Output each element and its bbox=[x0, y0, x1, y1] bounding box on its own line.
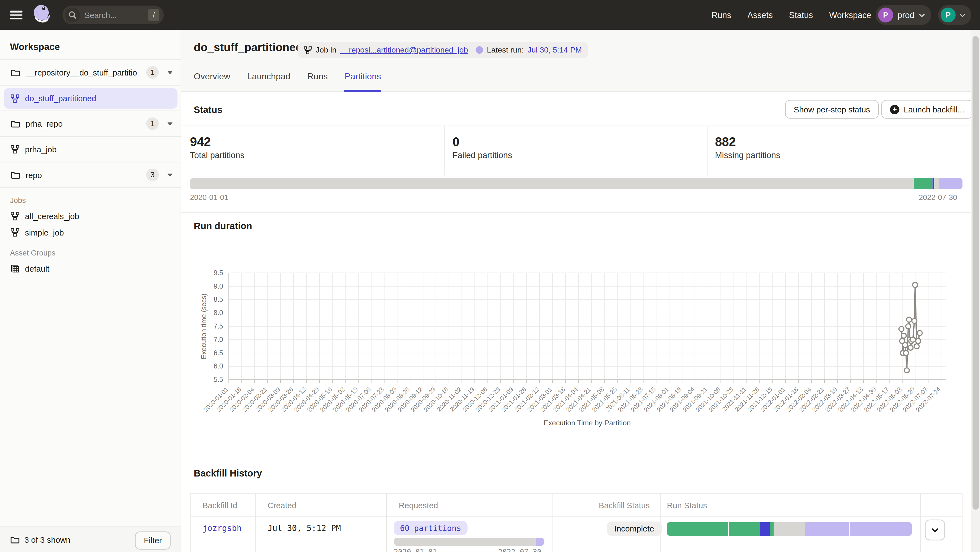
col-run-status: Run Status bbox=[667, 501, 707, 510]
job-label: simple_job bbox=[25, 228, 64, 237]
nav-link-runs[interactable]: Runs bbox=[711, 10, 731, 20]
latest-run-link[interactable]: Jul 30, 5:14 PM bbox=[528, 46, 582, 54]
requested-progress-bar bbox=[394, 538, 544, 546]
deployment-switcher[interactable]: P prod bbox=[876, 5, 931, 25]
folder-icon bbox=[11, 170, 20, 179]
tab-runs[interactable]: Runs bbox=[307, 69, 328, 92]
bar-segment bbox=[805, 522, 849, 536]
user-menu[interactable]: P bbox=[938, 5, 971, 25]
bar-segment bbox=[850, 522, 912, 536]
requested-partitions-badge[interactable]: 60 partitions bbox=[394, 521, 467, 535]
sidebar-item-prha_job[interactable]: prha_job bbox=[0, 137, 181, 162]
col-requested: Requested bbox=[399, 501, 438, 510]
svg-text:8.5: 8.5 bbox=[213, 295, 223, 303]
backfill-status-badge: Incomplete bbox=[607, 521, 662, 536]
partition-range-start: 2020-01-01 bbox=[190, 193, 228, 201]
svg-text:8.0: 8.0 bbox=[213, 309, 223, 316]
job-icon bbox=[11, 94, 19, 103]
job-tabs: OverviewLaunchpadRunsPartitions bbox=[194, 69, 381, 92]
svg-text:6.0: 6.0 bbox=[213, 362, 223, 370]
scrollbar-thumb[interactable] bbox=[973, 36, 979, 509]
job-origin-link[interactable]: __reposi...artitioned@partitioned_job bbox=[340, 46, 468, 54]
hamburger-menu-icon[interactable] bbox=[10, 11, 23, 19]
caret-down-icon[interactable] bbox=[167, 71, 172, 76]
run-status-bar[interactable] bbox=[667, 522, 912, 536]
repo-count-badge: 1 bbox=[146, 66, 159, 79]
backfill-history-title: Backfill History bbox=[194, 468, 262, 478]
dagster-logo-icon[interactable] bbox=[31, 4, 54, 26]
svg-text:7.5: 7.5 bbox=[213, 322, 223, 330]
plus-circle-icon: + bbox=[890, 105, 899, 114]
sidebar-job-simple_job[interactable]: simple_job bbox=[0, 224, 181, 240]
launch-backfill-button[interactable]: +Launch backfill... bbox=[881, 100, 973, 119]
sidebar-title: Workspace bbox=[10, 41, 60, 52]
sidebar-job-all_cereals_job[interactable]: all_cereals_job bbox=[0, 208, 181, 224]
run-duration-title: Run duration bbox=[194, 220, 252, 231]
requested-range-end: 2022-07-30 bbox=[498, 547, 541, 552]
job-origin-tag: Job in __reposi...artitioned@partitioned… bbox=[298, 42, 487, 58]
bar-segment bbox=[939, 178, 963, 189]
caret-down-icon[interactable] bbox=[167, 173, 172, 179]
job-icon bbox=[304, 46, 312, 54]
filter-button[interactable]: Filter bbox=[135, 531, 170, 550]
repos-shown-count: 3 of 3 shown bbox=[24, 535, 70, 544]
repo-label: __repository__do_stuff_partitio... bbox=[26, 68, 137, 77]
sidebar-repo-__repository__do_stuff[interactable]: __repository__do_stuff_partitio... 1 bbox=[0, 60, 181, 86]
chevron-down-icon bbox=[959, 13, 966, 17]
bar-segment bbox=[729, 522, 760, 536]
folder-icon bbox=[10, 535, 19, 544]
nav-link-assets[interactable]: Assets bbox=[747, 10, 773, 20]
repo-count-badge: 1 bbox=[146, 117, 159, 130]
search-input[interactable]: Search... / bbox=[62, 6, 164, 24]
nav-link-workspace[interactable]: Workspace bbox=[829, 10, 871, 20]
svg-text:Execution time (secs): Execution time (secs) bbox=[200, 293, 207, 359]
asset-group-label: default bbox=[25, 264, 49, 273]
bar-segment bbox=[770, 522, 774, 536]
vertical-scrollbar[interactable] bbox=[971, 30, 980, 552]
bar-segment bbox=[914, 178, 932, 189]
job-label: all_cereals_job bbox=[25, 211, 79, 221]
jobs-section-label: Jobs bbox=[10, 196, 26, 205]
folder-icon bbox=[11, 68, 20, 77]
asset-groups-section-label: Asset Groups bbox=[10, 249, 56, 257]
sidebar-item-do_stuff_partitioned[interactable]: do_stuff_partitioned bbox=[0, 86, 181, 111]
active-job-highlight[interactable]: do_stuff_partitioned bbox=[4, 88, 178, 109]
stat-missing-value: 882 bbox=[715, 135, 736, 149]
show-per-step-status-button[interactable]: Show per-step status bbox=[785, 100, 879, 119]
sidebar-repo-prha_repo[interactable]: prha_repo 1 bbox=[0, 111, 181, 137]
caret-down-icon[interactable] bbox=[167, 122, 172, 128]
bar-segment bbox=[667, 522, 728, 536]
search-icon bbox=[65, 7, 80, 22]
bar-segment bbox=[774, 522, 805, 536]
tab-partitions[interactable]: Partitions bbox=[345, 69, 381, 92]
search-placeholder: Search... bbox=[84, 10, 148, 20]
job-icon bbox=[11, 212, 19, 220]
latest-run-tag: Latest run: Jul 30, 5:14 PM bbox=[469, 42, 588, 58]
top-nav-links: RunsAssetsStatusWorkspace bbox=[711, 0, 871, 30]
job-icon bbox=[11, 228, 19, 236]
job-header: do_stuff_partitioned Job in __reposi...a… bbox=[181, 30, 980, 92]
bar-segment bbox=[935, 178, 939, 189]
svg-text:6.5: 6.5 bbox=[213, 349, 223, 357]
job-icon bbox=[11, 145, 19, 154]
tab-overview[interactable]: Overview bbox=[194, 69, 230, 92]
run-duration-chart: 2020-01-012020-01-182020-02-042020-02-21… bbox=[188, 262, 963, 443]
backfill-created-cell: Jul 30, 5:12 PM bbox=[267, 523, 341, 533]
run-status-dot-icon bbox=[476, 46, 483, 54]
partition-status-bar[interactable] bbox=[190, 178, 963, 189]
bar-segment bbox=[190, 178, 914, 189]
sidebar-footer: 3 of 3 shown Filter bbox=[0, 527, 181, 552]
backfill-id-link[interactable]: jozrgsbh bbox=[202, 523, 242, 533]
app-window: Search... / RunsAssetsStatusWorkspace P … bbox=[0, 0, 980, 552]
sidebar-repo-repo[interactable]: repo 3 bbox=[0, 162, 181, 188]
svg-text:9.0: 9.0 bbox=[213, 282, 223, 290]
tab-launchpad[interactable]: Launchpad bbox=[247, 69, 290, 92]
job-label: do_stuff_partitioned bbox=[25, 94, 96, 103]
stat-failed-value: 0 bbox=[452, 135, 459, 149]
svg-text:5.5: 5.5 bbox=[213, 376, 223, 383]
stat-total-label: Total partitions bbox=[190, 151, 245, 160]
expand-row-button[interactable] bbox=[925, 520, 945, 540]
bar-segment bbox=[394, 538, 535, 546]
sidebar-asset-group-default[interactable]: default bbox=[0, 260, 181, 276]
nav-link-status[interactable]: Status bbox=[789, 10, 813, 20]
